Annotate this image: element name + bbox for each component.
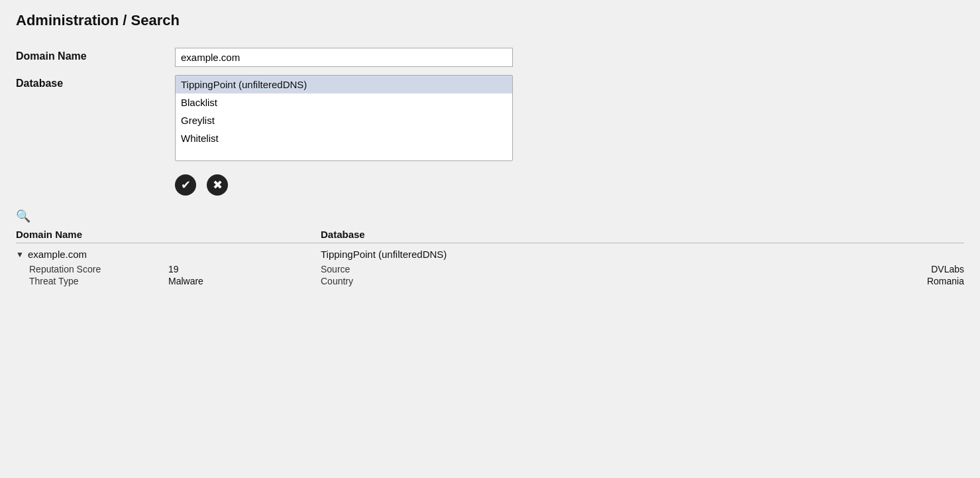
col-header-database: Database [321,229,964,240]
result-database-col: TippingPoint (unfilteredDNS) Source DVLa… [321,249,964,286]
database-row: Database TippingPoint (unfilteredDNS)Bla… [16,75,964,161]
cancel-icon: ✖ [213,178,223,192]
threat-type-value: Malware [168,276,248,286]
page-title: Administration / Search [16,12,964,29]
country-value: Romania [400,276,964,286]
domain-name-input[interactable] [175,48,513,67]
domain-name-row: Domain Name [16,48,964,67]
db-name-value: TippingPoint (unfilteredDNS) [321,249,964,260]
reputation-score-value: 19 [168,264,248,274]
reputation-score-label: Reputation Score [29,264,162,274]
result-domain-entry: ▼ example.com [16,249,321,260]
button-row: ✔ ✖ [175,174,964,196]
source-label: Source [321,264,387,274]
database-select[interactable]: TippingPoint (unfilteredDNS)BlacklistGre… [175,75,513,161]
result-domain-col: ▼ example.com Reputation Score 19 Threat… [16,249,321,286]
db-detail-grid: Source DVLabs Country Romania [321,264,964,286]
domain-input-wrapper [175,48,506,67]
domain-value: example.com [28,249,87,260]
domain-detail-grid: Reputation Score 19 Threat Type Malware [29,264,321,286]
cancel-button[interactable]: ✖ [207,174,228,196]
domain-name-label: Domain Name [16,48,175,62]
search-icon: 🔍 [16,209,30,223]
results-section: 🔍 Domain Name Database ▼ example.com Rep… [16,209,964,286]
col-header-domain-name: Domain Name [16,229,321,240]
threat-type-label: Threat Type [29,276,162,286]
expand-arrow-icon[interactable]: ▼ [16,250,24,259]
search-icon-row: 🔍 [16,209,964,223]
country-label: Country [321,276,387,286]
results-header: Domain Name Database [16,229,964,243]
result-row: ▼ example.com Reputation Score 19 Threat… [16,246,964,286]
page-wrapper: Administration / Search Domain Name Data… [0,0,980,478]
source-value: DVLabs [400,264,964,274]
confirm-button[interactable]: ✔ [175,174,196,196]
database-label: Database [16,75,175,90]
form-section: Domain Name Database TippingPoint (unfil… [16,48,964,161]
database-select-wrapper: TippingPoint (unfilteredDNS)BlacklistGre… [175,75,506,161]
confirm-icon: ✔ [181,178,191,192]
